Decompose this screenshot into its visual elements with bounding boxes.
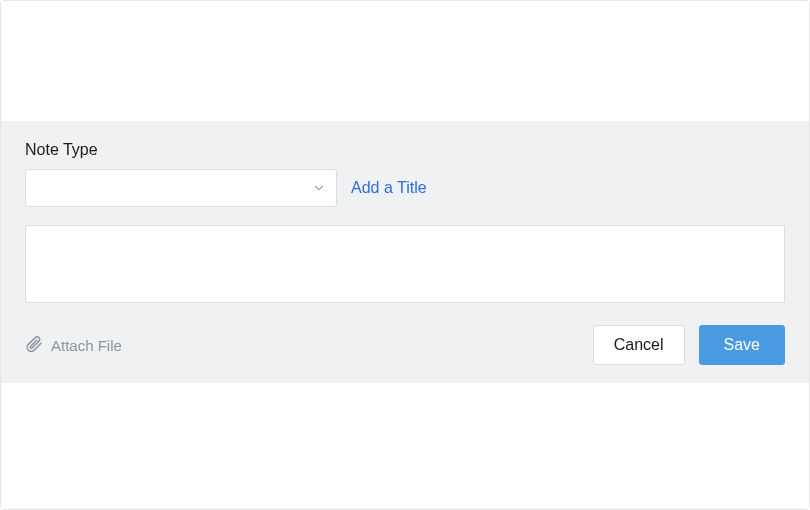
cancel-button[interactable]: Cancel xyxy=(593,325,685,365)
chevron-down-icon xyxy=(312,181,326,195)
paperclip-icon xyxy=(25,335,43,356)
note-type-label: Note Type xyxy=(25,141,785,159)
add-title-link[interactable]: Add a Title xyxy=(351,179,427,197)
button-group: Cancel Save xyxy=(593,325,785,365)
attach-file-label: Attach File xyxy=(51,337,122,354)
attach-file-button[interactable]: Attach File xyxy=(25,335,122,356)
note-body-textarea[interactable] xyxy=(25,225,785,303)
note-form-panel: Note Type Add a Title Attac xyxy=(1,121,809,383)
note-type-row: Add a Title xyxy=(25,169,785,207)
top-spacer xyxy=(1,1,809,121)
form-footer-row: Attach File Cancel Save xyxy=(25,325,785,365)
bottom-spacer xyxy=(1,383,809,509)
save-button[interactable]: Save xyxy=(699,325,785,365)
note-type-select[interactable] xyxy=(25,169,337,207)
note-form-container: Note Type Add a Title Attac xyxy=(0,0,810,510)
